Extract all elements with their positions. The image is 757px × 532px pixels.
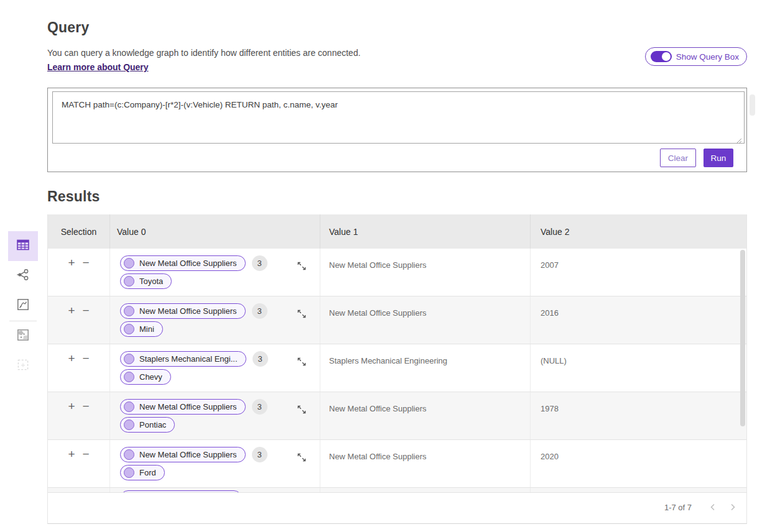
remove-selection-button[interactable]: −	[83, 400, 90, 412]
page-scrollbar-thumb[interactable]	[750, 94, 755, 116]
remove-selection-button[interactable]: −	[83, 352, 90, 364]
toggle-switch-icon	[651, 51, 672, 62]
value2-cell: 2016	[531, 296, 746, 344]
entity-pill-label: New Metal Office Suppliers	[139, 450, 237, 459]
toggle-label: Show Query Box	[676, 52, 739, 62]
column-header-value1: Value 1	[320, 214, 531, 249]
entity-pill[interactable]: New Metal Office Suppliers	[120, 255, 246, 271]
entity-pill-label: Toyota	[139, 277, 163, 286]
entity-pill-label: New Metal Office Suppliers	[139, 306, 237, 316]
clear-button[interactable]: Clear	[660, 149, 696, 167]
entity-pill[interactable]: Chevy	[120, 369, 171, 385]
entity-pill-label: New Metal Office Suppliers	[139, 259, 237, 268]
value0-cell: Staplers Mechanical Engi... 3 Chevy	[110, 344, 320, 392]
expand-icon[interactable]	[295, 451, 309, 467]
table-row: + − Staplers Mechanical Engi... 3 Chevy	[48, 344, 746, 392]
entity-pill[interactable]: New Metal Office Suppliers	[120, 303, 246, 319]
page-description: You can query a knowledge graph to ident…	[47, 48, 361, 58]
entity-pill[interactable]: Toyota	[120, 273, 172, 289]
entity-pill[interactable]: Pontiac	[120, 417, 175, 433]
path-count-badge: 3	[253, 351, 268, 367]
expand-icon[interactable]	[295, 307, 309, 323]
partially-visible-row	[48, 488, 746, 492]
selection-view-button[interactable]	[8, 351, 38, 381]
previous-page-button[interactable]	[707, 501, 719, 513]
column-header-value0: Value 0	[110, 214, 320, 249]
entity-pill-label: Pontiac	[139, 420, 166, 429]
value1-cell: Staplers Mechanical Engineering	[320, 344, 531, 392]
table-header: Selection Value 0 Value 1 Value 2	[48, 214, 746, 249]
add-selection-button[interactable]: +	[68, 400, 75, 412]
value0-cell: New Metal Office Suppliers 3 Pontiac	[110, 392, 320, 439]
entity-pill-label: Mini	[139, 324, 154, 334]
value0-cell: New Metal Office Suppliers 3 Toyota	[110, 249, 320, 296]
expand-icon[interactable]	[295, 355, 309, 371]
chart-view-button[interactable]	[8, 291, 38, 321]
table-row: + − New Metal Office Suppliers 3 Mini	[48, 296, 746, 344]
remove-selection-button[interactable]: −	[83, 257, 90, 268]
entity-pill[interactable]: New Metal Office Suppliers	[120, 447, 246, 462]
show-query-box-toggle[interactable]: Show Query Box	[645, 47, 747, 66]
value1-cell: New Metal Office Suppliers	[320, 296, 531, 344]
query-actions: Clear Run	[660, 149, 733, 167]
entity-pill-label: Ford	[139, 468, 156, 477]
table-row: + − New Metal Office Suppliers 3 Pontiac	[48, 392, 746, 440]
entity-pill-label: New Metal Office Suppliers	[139, 402, 237, 411]
add-selection-button[interactable]: +	[68, 448, 75, 460]
entity-pill[interactable]: Mini	[120, 321, 163, 337]
node-dot-icon	[124, 258, 134, 268]
path-count-badge: 3	[252, 447, 267, 462]
add-selection-button[interactable]: +	[68, 305, 75, 316]
node-dot-icon	[124, 306, 134, 316]
view-switcher-sidebar	[8, 231, 38, 381]
selection-view-icon	[16, 357, 30, 375]
add-selection-button[interactable]: +	[68, 257, 75, 268]
remove-selection-button[interactable]: −	[83, 305, 90, 316]
value2-cell: 2007	[531, 249, 746, 296]
table-view-icon	[15, 237, 31, 255]
selection-cell: + −	[48, 440, 110, 487]
pagination-bar: 1-7 of 7	[48, 492, 746, 520]
node-dot-icon	[124, 372, 134, 382]
selection-cell: + −	[48, 344, 110, 392]
table-view-button[interactable]	[8, 231, 38, 261]
table-scrollbar-thumb[interactable]	[740, 250, 745, 426]
remove-selection-button[interactable]: −	[83, 448, 90, 460]
node-dot-icon	[124, 467, 134, 478]
map-view-button[interactable]	[8, 321, 38, 351]
column-header-value2: Value 2	[531, 214, 746, 249]
graph-view-icon	[15, 267, 31, 285]
node-dot-icon	[124, 354, 134, 364]
chart-view-icon	[16, 297, 30, 314]
expand-icon[interactable]	[295, 403, 309, 419]
query-input[interactable]: MATCH path=(c:Company)-[r*2]-(v:Vehicle)…	[52, 91, 745, 144]
expand-icon[interactable]	[295, 259, 309, 275]
value0-cell: New Metal Office Suppliers 3 Ford	[110, 440, 320, 487]
node-dot-icon	[124, 324, 134, 334]
value2-cell: 2020	[531, 440, 746, 487]
path-count-badge: 3	[252, 255, 267, 271]
add-selection-button[interactable]: +	[68, 352, 75, 364]
main-content: Query You can query a knowledge graph to…	[47, 0, 747, 532]
graph-view-button[interactable]	[8, 261, 38, 291]
page-title: Query	[47, 19, 89, 36]
value0-cell: New Metal Office Suppliers 3 Mini	[110, 296, 320, 344]
node-dot-icon	[124, 449, 134, 460]
results-title: Results	[47, 188, 100, 205]
node-dot-icon	[124, 420, 134, 430]
node-dot-icon	[124, 276, 134, 287]
node-dot-icon	[124, 401, 134, 412]
entity-pill[interactable]: New Metal Office Suppliers	[120, 399, 246, 415]
selection-cell: + −	[48, 296, 110, 344]
pagination-range: 1-7 of 7	[664, 503, 692, 512]
selection-cell: + −	[48, 249, 110, 296]
value1-cell: New Metal Office Suppliers	[320, 392, 531, 439]
value1-cell: New Metal Office Suppliers	[320, 440, 531, 487]
next-page-button[interactable]	[727, 501, 739, 513]
run-button[interactable]: Run	[704, 149, 733, 167]
entity-pill[interactable]: Staplers Mechanical Engi...	[120, 351, 246, 367]
table-body: + − New Metal Office Suppliers 3 Toyota	[48, 249, 746, 492]
results-table: Selection Value 0 Value 1 Value 2 + − Ne…	[47, 214, 747, 524]
entity-pill[interactable]: Ford	[120, 465, 165, 480]
learn-more-link[interactable]: Learn more about Query	[47, 62, 149, 72]
